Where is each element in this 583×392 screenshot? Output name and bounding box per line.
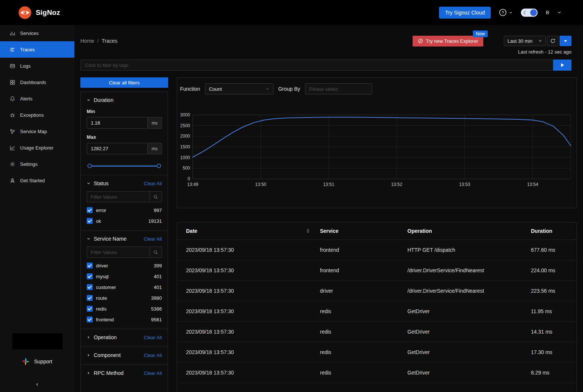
checkbox-checked[interactable] — [87, 273, 93, 279]
checkbox-checked[interactable] — [87, 263, 93, 269]
sidebar-item-logs[interactable]: Logs — [0, 58, 74, 74]
operation-section-header[interactable]: Operation Clear All — [87, 334, 162, 340]
theme-toggle[interactable]: ☾ — [521, 9, 538, 17]
table-row[interactable]: 2023/09/18 13:57:30 redis GetDriver 8.29… — [177, 363, 577, 383]
search-icon[interactable] — [150, 192, 161, 202]
sidebar-item-services[interactable]: Services — [0, 25, 74, 41]
refresh-button[interactable] — [547, 36, 558, 46]
column-header-service[interactable]: Service — [320, 228, 407, 234]
operation-clear-all-link[interactable]: Clear All — [144, 335, 162, 340]
service-name-clear-all-link[interactable]: Clear All — [144, 236, 162, 242]
table-row[interactable]: 2023/09/18 13:57:30 driver /driver.Drive… — [177, 281, 577, 301]
user-menu-chevron-icon[interactable] — [557, 10, 561, 15]
help-menu[interactable]: ? — [499, 9, 513, 16]
duration-section-header[interactable]: Duration — [87, 97, 162, 103]
refresh-options-button[interactable] — [560, 36, 571, 46]
svg-text:?: ? — [502, 10, 504, 15]
search-icon[interactable] — [150, 247, 161, 257]
chevron-right-icon — [87, 335, 90, 339]
cell-date: 2023/09/18 13:57:30 — [186, 308, 320, 314]
service-option-label: route — [96, 295, 107, 301]
table-row[interactable]: 2023/09/18 13:57:30 redis GetDriver 11.9… — [177, 301, 577, 322]
traces-count-chart[interactable]: 05001000150020002500300013:4913:5013:511… — [180, 96, 574, 205]
duration-max-unit: ms — [148, 143, 162, 154]
checkbox-checked[interactable] — [87, 306, 93, 312]
component-clear-all-link[interactable]: Clear All — [144, 353, 162, 358]
service-name-filter-input[interactable] — [87, 247, 150, 257]
column-header-operation[interactable]: Operation — [407, 228, 531, 234]
svg-text:0: 0 — [188, 176, 190, 181]
service-option-mysql[interactable]: mysql 401 — [87, 273, 162, 279]
slider-handle-min[interactable] — [87, 164, 92, 168]
column-header-duration[interactable]: Duration — [531, 228, 568, 234]
chevron-right-icon — [87, 353, 90, 357]
cell-duration: 223.56 ms — [531, 288, 568, 294]
sidebar-item-traces[interactable]: Traces — [0, 41, 74, 58]
sidebar-item-support[interactable]: Support — [0, 356, 74, 367]
rpc-method-clear-all-link[interactable]: Clear All — [144, 370, 162, 376]
breadcrumb-current[interactable]: Traces — [102, 38, 117, 44]
sidebar-item-service-map[interactable]: Service Map — [0, 123, 74, 139]
sidebar-item-alerts[interactable]: Alerts — [0, 90, 74, 107]
checkbox-checked[interactable] — [87, 207, 93, 213]
try-new-traces-explorer-button[interactable]: Try new Traces Explorer — [413, 36, 483, 46]
time-range-select[interactable]: Last 30 min — [504, 36, 546, 46]
checkbox-checked[interactable] — [87, 284, 93, 290]
sidebar: Services Traces Logs Dashboards Alerts E… — [0, 25, 74, 392]
component-section-header[interactable]: Component Clear All — [87, 352, 162, 358]
run-filter-button[interactable] — [553, 60, 571, 71]
table-row[interactable]: 2023/09/18 13:57:30 frontend /driver.Dri… — [177, 260, 577, 281]
service-option-customer[interactable]: customer 401 — [87, 284, 162, 290]
service-option-driver[interactable]: driver 399 — [87, 263, 162, 269]
status-option-ok[interactable]: ok 19131 — [87, 218, 162, 224]
breadcrumb-home[interactable]: Home — [80, 38, 94, 44]
slider-handle-max[interactable] — [157, 164, 161, 168]
table-row[interactable]: 2023/09/18 13:57:30 redis GetDriver 17.3… — [177, 342, 577, 363]
svg-text:13:50: 13:50 — [255, 182, 266, 187]
status-option-error[interactable]: error 997 — [87, 207, 162, 213]
brand[interactable]: SigNoz — [18, 6, 60, 20]
status-section-header[interactable]: Status Clear All — [87, 180, 162, 186]
duration-range-slider[interactable] — [87, 163, 161, 168]
tag-filter-input[interactable] — [80, 60, 553, 71]
sidebar-collapse-button[interactable]: ‹ — [0, 381, 74, 388]
column-header-date[interactable]: Date — [186, 228, 320, 234]
chart-panel: Function Count Group By 0500100015002000… — [177, 77, 577, 208]
sidebar-item-settings[interactable]: Settings — [0, 156, 74, 172]
checkbox-checked[interactable] — [87, 317, 93, 322]
sidebar-item-usage-explorer[interactable]: Usage Explorer — [0, 139, 74, 156]
group-by-select[interactable] — [305, 83, 372, 94]
duration-max-label: Max — [87, 134, 162, 140]
refresh-icon — [550, 38, 555, 44]
rpc-method-section-header[interactable]: RPC Method Clear All — [87, 370, 162, 376]
service-name-section-header[interactable]: Service Name Clear All — [87, 236, 162, 242]
cell-operation: GetDriver — [407, 349, 531, 355]
service-option-redis[interactable]: redis 5386 — [87, 306, 162, 312]
toolbar: New Try new Traces Explorer Last 30 min — [413, 36, 571, 46]
service-option-count: 401 — [154, 285, 162, 290]
status-filter-input[interactable] — [87, 192, 150, 202]
duration-min-input[interactable] — [87, 117, 148, 129]
svg-text:1500: 1500 — [180, 144, 190, 150]
sidebar-banner[interactable] — [12, 333, 63, 350]
function-select[interactable]: Count — [205, 83, 273, 94]
sidebar-item-exceptions[interactable]: Exceptions — [0, 107, 74, 123]
try-signoz-cloud-button[interactable]: Try Signoz Cloud — [439, 7, 491, 19]
service-option-route[interactable]: route 3980 — [87, 295, 162, 301]
user-initial[interactable]: B — [546, 10, 549, 15]
sort-icon[interactable] — [307, 229, 310, 233]
service-option-frontend[interactable]: frontend 9561 — [87, 317, 162, 322]
status-clear-all-link[interactable]: Clear All — [144, 181, 162, 186]
clear-all-filters-button[interactable]: Clear all filters — [80, 77, 168, 88]
table-row[interactable]: 2023/09/18 13:57:30 redis GetDriver 14.3… — [177, 322, 577, 342]
group-by-label: Group By — [278, 86, 300, 92]
svg-text:2500: 2500 — [180, 123, 190, 128]
sidebar-item-dashboards[interactable]: Dashboards — [0, 74, 74, 90]
sidebar-item-label: Traces — [20, 47, 35, 52]
cell-operation: /driver.DriverService/FindNearest — [407, 267, 531, 273]
table-row[interactable]: 2023/09/18 13:57:30 frontend HTTP GET /d… — [177, 240, 577, 260]
checkbox-checked[interactable] — [87, 295, 93, 301]
sidebar-item-get-started[interactable]: Get Started — [0, 172, 74, 189]
checkbox-checked[interactable] — [87, 218, 93, 224]
duration-max-input[interactable] — [87, 143, 148, 154]
